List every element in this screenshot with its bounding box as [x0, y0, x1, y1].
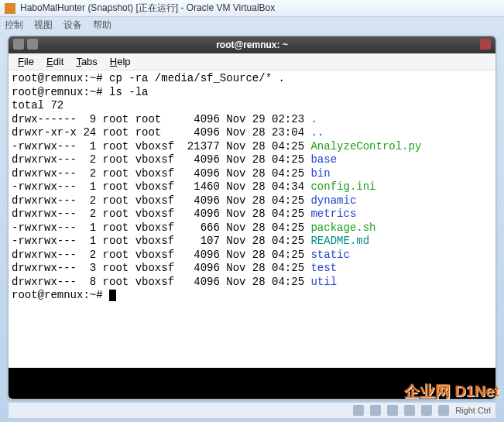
status-usb-icon[interactable] [387, 405, 398, 416]
status-capture-icon[interactable] [438, 405, 449, 416]
terminal-titlebar[interactable]: root@remnux: ~ [9, 36, 495, 53]
host-menu-control[interactable]: 控制 [5, 19, 23, 32]
minimize-button[interactable] [13, 39, 24, 50]
status-hdd-icon[interactable] [353, 405, 364, 416]
menu-edit[interactable]: Edit [42, 54, 68, 69]
host-window-title: HaboMalHunter (Snapshot) [正在运行] - Oracle… [20, 2, 275, 15]
host-window-titlebar: HaboMalHunter (Snapshot) [正在运行] - Oracle… [0, 0, 504, 17]
terminal-menubar: File Edit Tabs Help [9, 53, 495, 70]
host-key-label: Right Ctrl [455, 406, 491, 415]
status-shared-icon[interactable] [404, 405, 415, 416]
menu-help[interactable]: Help [105, 54, 135, 69]
terminal-bottom-strip [9, 368, 495, 399]
terminal-body[interactable]: root@remnux:~# cp -ra /media/sf_Source/*… [9, 70, 495, 368]
host-statusbar: Right Ctrl [8, 402, 496, 419]
host-menu-help[interactable]: 帮助 [93, 19, 111, 32]
status-net-icon[interactable] [370, 405, 381, 416]
status-display-icon[interactable] [421, 405, 432, 416]
menu-file[interactable]: File [13, 54, 39, 69]
host-menu-devices[interactable]: 设备 [63, 19, 82, 32]
host-menu-view[interactable]: 视图 [34, 19, 53, 32]
host-menubar: 控制 视图 设备 帮助 [0, 17, 504, 33]
guest-terminal-window: root@remnux: ~ File Edit Tabs Help root@… [8, 36, 496, 400]
virtualbox-icon [5, 3, 15, 14]
terminal-title: root@remnux: ~ [216, 39, 288, 50]
maximize-button[interactable] [27, 39, 38, 50]
close-button[interactable] [480, 39, 491, 50]
menu-tabs[interactable]: Tabs [71, 54, 101, 69]
